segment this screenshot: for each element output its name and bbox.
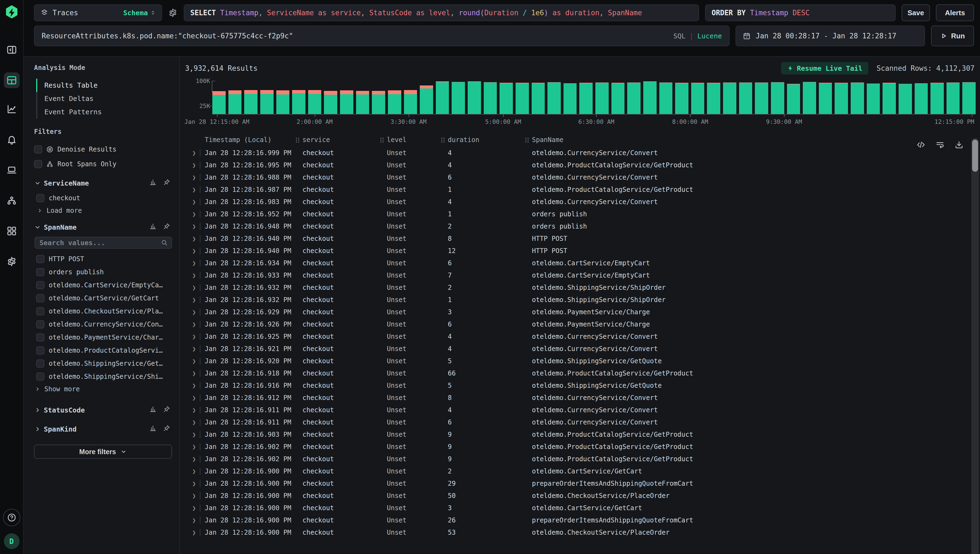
histogram-bar[interactable] xyxy=(803,82,816,114)
mode-results-table[interactable]: Results Table xyxy=(36,79,172,92)
table-row[interactable]: ❯Jan 28 12:28:16.952 PMcheckoutUnset1ord… xyxy=(185,208,966,220)
histogram-bar[interactable] xyxy=(292,90,306,114)
scrollbar-thumb[interactable] xyxy=(972,140,978,172)
table-row[interactable]: ❯Jan 28 12:28:16.900 PMcheckoutUnset3ote… xyxy=(185,502,966,514)
row-expand[interactable]: ❯ xyxy=(192,468,205,475)
row-expand[interactable]: ❯ xyxy=(192,406,205,414)
histogram-bar[interactable] xyxy=(883,83,896,114)
histogram-bar[interactable] xyxy=(931,83,944,114)
pin-icon[interactable] xyxy=(163,406,171,415)
filter-value-row[interactable]: oteldemo.CartService/GetCart xyxy=(36,292,172,305)
row-expand-chevron-icon[interactable]: ❯ xyxy=(192,272,196,279)
row-expand[interactable]: ❯ xyxy=(192,455,205,463)
more-filters-button[interactable]: More filters xyxy=(34,445,172,459)
histogram-bar[interactable] xyxy=(915,83,928,114)
table-row[interactable]: ❯Jan 28 12:28:16.933 PMcheckoutUnset7ote… xyxy=(185,269,966,281)
checkbox[interactable] xyxy=(36,320,45,328)
histogram-bar[interactable] xyxy=(308,90,322,114)
select-clause-input[interactable]: SELECT Timestamp, ServiceName as service… xyxy=(184,4,699,21)
table-row[interactable]: ❯Jan 28 12:28:16.920 PMcheckoutUnset5ote… xyxy=(185,355,966,367)
filter-value-row[interactable]: oteldemo.ProductCatalogServi… xyxy=(36,344,172,357)
query-settings-gear-icon[interactable] xyxy=(168,8,178,18)
histogram-bar[interactable] xyxy=(516,83,529,114)
histogram-bar[interactable] xyxy=(899,84,912,114)
help-icon[interactable] xyxy=(3,509,21,526)
histogram-bar[interactable] xyxy=(787,84,800,114)
row-expand[interactable]: ❯ xyxy=(192,419,205,426)
pin-icon[interactable] xyxy=(163,223,171,232)
vertical-scrollbar[interactable] xyxy=(971,138,979,554)
row-expand-chevron-icon[interactable]: ❯ xyxy=(192,309,196,316)
download-icon[interactable] xyxy=(955,140,964,150)
row-expand-chevron-icon[interactable]: ❯ xyxy=(192,517,196,524)
row-expand-chevron-icon[interactable]: ❯ xyxy=(192,406,196,414)
bar-chart-icon[interactable] xyxy=(149,425,157,434)
spanname-group-header[interactable]: SpanName xyxy=(34,223,172,232)
histogram-bar[interactable] xyxy=(276,90,290,114)
table-row[interactable]: ❯Jan 28 12:28:16.900 PMcheckoutUnset50ot… xyxy=(185,490,966,502)
row-expand-chevron-icon[interactable]: ❯ xyxy=(192,186,196,193)
filter-value-row[interactable]: orders publish xyxy=(36,266,172,279)
spanname-show-more[interactable]: Show more xyxy=(34,383,172,394)
run-button[interactable]: Run xyxy=(931,25,974,46)
nav-chart-explorer[interactable] xyxy=(4,101,20,117)
row-expand[interactable]: ❯ xyxy=(192,284,205,291)
filter-value-row[interactable]: checkout xyxy=(36,191,172,205)
row-expand[interactable]: ❯ xyxy=(192,382,205,389)
filter-value-row[interactable]: HTTP POST xyxy=(36,253,172,266)
histogram-bar[interactable] xyxy=(707,83,720,114)
checkbox[interactable] xyxy=(36,346,45,355)
table-row[interactable]: ❯Jan 28 12:28:16.911 PMcheckoutUnset6ote… xyxy=(185,416,966,428)
row-expand-chevron-icon[interactable]: ❯ xyxy=(192,150,196,156)
row-expand-chevron-icon[interactable]: ❯ xyxy=(192,468,196,475)
language-lucene[interactable]: Lucene xyxy=(698,32,722,40)
checkbox[interactable] xyxy=(36,268,45,276)
histogram-bar[interactable] xyxy=(739,83,752,114)
save-button[interactable]: Save xyxy=(902,4,930,21)
table-row[interactable]: ❯Jan 28 12:28:16.902 PMcheckoutUnset9ote… xyxy=(185,453,966,465)
histogram-bar[interactable] xyxy=(962,82,976,114)
column-header-duration[interactable]: duration xyxy=(441,136,525,144)
bar-chart-icon[interactable] xyxy=(149,223,157,232)
table-row[interactable]: ❯Jan 28 12:28:16.988 PMcheckoutUnset6ote… xyxy=(185,171,966,183)
language-sql[interactable]: SQL xyxy=(673,32,685,40)
histogram-bar[interactable] xyxy=(579,83,593,114)
table-row[interactable]: ❯Jan 28 12:28:16.900 PMcheckoutUnset53ot… xyxy=(185,526,966,538)
row-expand[interactable]: ❯ xyxy=(192,431,205,438)
column-header-timestamp-local-[interactable]: Timestamp (Local) xyxy=(205,136,296,144)
table-row[interactable]: ❯Jan 28 12:28:16.995 PMcheckoutUnset4ote… xyxy=(185,159,966,171)
row-expand-chevron-icon[interactable]: ❯ xyxy=(192,174,196,181)
bar-chart-icon[interactable] xyxy=(149,406,157,415)
table-row[interactable]: ❯Jan 28 12:28:16.934 PMcheckoutUnset6ote… xyxy=(185,257,966,269)
nav-search-results[interactable] xyxy=(4,72,20,88)
histogram-bar[interactable] xyxy=(947,83,960,114)
row-expand[interactable]: ❯ xyxy=(192,443,205,451)
nav-alerts-bell-icon[interactable] xyxy=(4,132,20,148)
checkbox[interactable] xyxy=(36,373,45,380)
wrap-lines-icon[interactable] xyxy=(935,140,945,150)
table-row[interactable]: ❯Jan 28 12:28:16.925 PMcheckoutUnset4ote… xyxy=(185,330,966,342)
toggle-root-spans-only[interactable]: Root Spans Only xyxy=(34,157,172,172)
row-expand-chevron-icon[interactable]: ❯ xyxy=(192,358,196,365)
table-row[interactable]: ❯Jan 28 12:28:16.900 PMcheckoutUnset29pr… xyxy=(185,477,966,490)
histogram-bar[interactable] xyxy=(675,83,688,114)
table-row[interactable]: ❯Jan 28 12:28:16.940 PMcheckoutUnset8HTT… xyxy=(185,232,966,245)
row-expand-chevron-icon[interactable]: ❯ xyxy=(192,333,196,340)
histogram-bar[interactable] xyxy=(819,83,832,114)
servicename-load-more[interactable]: Load more xyxy=(36,205,172,215)
row-expand[interactable]: ❯ xyxy=(192,345,205,352)
row-expand-chevron-icon[interactable]: ❯ xyxy=(192,321,196,328)
histogram-bar[interactable] xyxy=(244,90,258,114)
row-expand[interactable]: ❯ xyxy=(192,259,205,267)
source-selector[interactable]: Traces Schema xyxy=(34,4,162,21)
statuscode-group-header[interactable]: StatusCode xyxy=(34,406,172,415)
table-row[interactable]: ❯Jan 28 12:28:16.918 PMcheckoutUnset66ot… xyxy=(185,367,966,379)
pin-icon[interactable] xyxy=(163,178,171,188)
row-expand-chevron-icon[interactable]: ❯ xyxy=(192,223,196,230)
row-expand[interactable]: ❯ xyxy=(192,150,205,156)
histogram-bar[interactable] xyxy=(595,83,609,114)
row-expand-chevron-icon[interactable]: ❯ xyxy=(192,492,196,499)
histogram-bar[interactable] xyxy=(612,83,625,114)
pin-icon[interactable] xyxy=(163,425,171,434)
table-row[interactable]: ❯Jan 28 12:28:16.932 PMcheckoutUnset1ote… xyxy=(185,294,966,306)
